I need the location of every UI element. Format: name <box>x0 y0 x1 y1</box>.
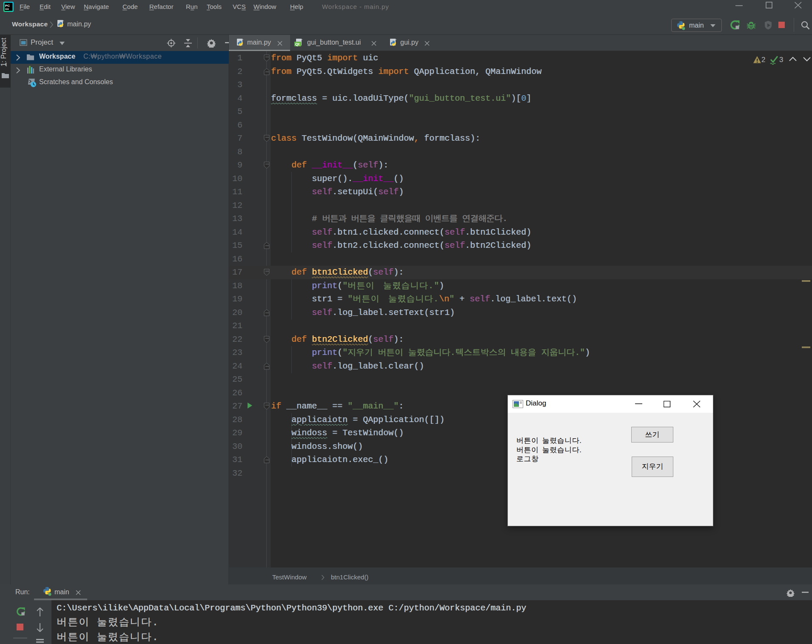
svg-text:Qt: Qt <box>295 42 299 46</box>
svg-text:PC: PC <box>5 4 10 8</box>
